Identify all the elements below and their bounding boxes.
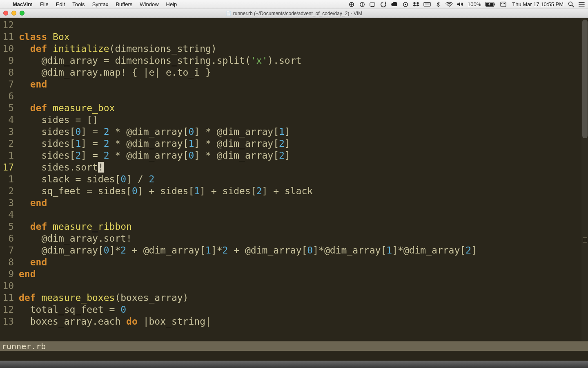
line-number: 3 [2,197,14,209]
line-number: 4 [2,209,14,221]
svg-rect-4 [370,3,375,6]
code-line[interactable]: total_sq_feet = 0 [19,304,588,316]
line-number: 10 [2,280,14,292]
line-number: 10 [2,43,14,55]
status-icon[interactable] [348,2,355,7]
svg-rect-12 [494,4,495,5]
code-line[interactable]: @dim_array[0]*2 + @dim_array[1]*2 + @dim… [19,245,588,256]
volume-icon[interactable] [457,2,463,7]
code-line[interactable]: end [19,256,588,268]
code-line[interactable] [19,90,588,102]
dropbox-icon[interactable] [413,2,419,7]
scrollbar-mark [583,237,587,243]
line-number: 1 [2,150,14,162]
svg-rect-14 [501,3,502,4]
status-icon[interactable] [380,2,387,7]
code-line[interactable]: def initialize(dimensions_string) [19,43,588,55]
code-line[interactable]: @dim_array = dimensions_string.split('x'… [19,55,588,67]
code-line[interactable]: class Box [19,31,588,43]
code-line[interactable]: end [19,197,588,209]
menubar-clock[interactable]: Thu Mar 17 10:55 PM [510,1,564,7]
desktop-background-strip [0,361,588,368]
svg-point-6 [405,4,406,5]
line-number: 9 [2,268,14,280]
code-line[interactable]: def measure_boxes(boxes_array) [19,292,588,304]
status-icon[interactable] [370,2,376,7]
line-number: 11 [2,292,14,304]
scrollbar-thumb[interactable] [582,20,588,138]
code-line[interactable]: sides.sort! [19,162,588,173]
cloud-icon[interactable] [391,2,398,7]
line-number: 6 [2,233,14,245]
line-number: 2 [2,185,14,197]
window-zoom-button[interactable] [20,11,24,16]
scrollbar-track[interactable] [581,18,588,341]
code-line[interactable]: @dim_array.sort! [19,233,588,245]
svg-point-19 [579,4,579,5]
code-line[interactable]: sides = [] [19,114,588,126]
macos-menubar: MacVim File Edit Tools Syntax Buffers Wi… [0,0,588,9]
line-number: 7 [2,79,14,90]
line-number: 6 [2,90,14,102]
line-number: 9 [2,55,14,67]
svg-point-9 [449,6,450,7]
code-line[interactable]: sq_feet = sides[0] + sides[1] + sides[2]… [19,185,588,197]
code-line[interactable]: end [19,268,588,280]
line-number: 5 [2,221,14,233]
status-icon[interactable] [359,2,365,7]
svg-rect-13 [501,2,506,7]
vim-cmdline[interactable] [0,351,588,361]
line-number: 13 [2,316,14,328]
menubar-item-buffers[interactable]: Buffers [112,1,136,7]
menubar-item-edit[interactable]: Edit [52,1,69,7]
line-number: 12 [2,304,14,316]
display-icon[interactable] [423,2,431,7]
menubar-item-syntax[interactable]: Syntax [89,1,112,7]
svg-point-18 [579,2,579,3]
line-number-gutter: 1211109876543211712345678910111213 [0,18,16,341]
window-close-button[interactable] [3,11,8,16]
menubar-item-tools[interactable]: Tools [69,1,88,7]
menubar-app-name[interactable]: MacVim [9,1,36,7]
spotlight-icon[interactable] [568,1,574,7]
sync-icon[interactable] [402,2,409,7]
line-number: 5 [2,102,14,114]
svg-rect-2 [362,3,362,5]
code-line[interactable]: def measure_ribbon [19,221,588,233]
editor: 1211109876543211712345678910111213 class… [0,18,588,361]
code-line[interactable]: end [19,79,588,90]
notification-center-icon[interactable] [578,2,585,7]
menubar-item-file[interactable]: File [36,1,52,7]
code-line[interactable]: sides[0] = 2 * @dim_array[0] * @dim_arra… [19,126,588,138]
battery-icon[interactable] [485,2,496,7]
window-title: runner.rb (~/Documents/code/advent_of_co… [233,11,363,16]
wifi-icon[interactable] [445,2,453,7]
window-minimize-button[interactable] [11,11,16,16]
line-number: 1 [2,173,14,185]
line-number: 7 [2,245,14,256]
code-line[interactable] [19,19,588,31]
code-line[interactable]: sides[2] = 2 * @dim_array[0] * @dim_arra… [19,150,588,162]
line-number: 3 [2,126,14,138]
code-area[interactable]: class Box def initialize(dimensions_stri… [16,18,588,341]
code-line[interactable] [19,209,588,221]
code-line[interactable] [19,280,588,292]
window-traffic-lights [3,11,24,16]
line-number: 8 [2,67,14,79]
bluetooth-icon[interactable] [435,1,441,7]
window-titlebar[interactable]: 📄 runner.rb (~/Documents/code/advent_of_… [0,9,588,18]
menubar-item-help[interactable]: Help [163,1,181,7]
menubar-item-window[interactable]: Window [136,1,162,7]
code-line[interactable]: sides[1] = 2 * @dim_array[1] * @dim_arra… [19,138,588,150]
line-number: 17 [2,162,14,173]
code-line[interactable]: def measure_box [19,102,588,114]
svg-point-3 [362,5,363,6]
input-source-icon[interactable] [500,2,506,7]
code-line[interactable]: slack = sides[0] / 2 [19,173,588,185]
line-number: 2 [2,138,14,150]
line-number: 8 [2,256,14,268]
svg-point-20 [579,6,579,7]
code-line[interactable]: @dim_array.map! { |e| e.to_i } [19,67,588,79]
svg-rect-16 [504,3,505,4]
code-line[interactable]: boxes_array.each do |box_string| [19,316,588,328]
